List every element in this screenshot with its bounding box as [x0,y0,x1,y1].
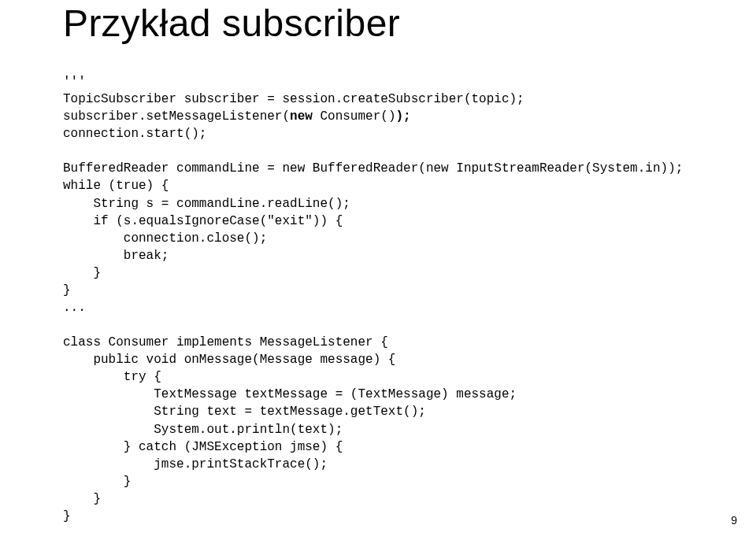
code-line: TopicSubscriber subscriber = session.cre… [63,92,524,106]
code-line: } [63,492,101,506]
code-line: } [63,266,101,280]
page-number: 9 [731,514,737,527]
code-line: class Consumer implements MessageListene… [63,335,388,349]
page-title: Przykład subscriber [63,0,709,45]
slide-page: Przykład subscriber ''' TopicSubscriber … [0,0,756,536]
code-block: ''' TopicSubscriber subscriber = session… [63,73,709,525]
code-line: } catch (JMSException jmse) { [63,440,343,454]
code-line: jmse.printStackTrace(); [63,457,328,471]
code-line: String s = commandLine.readLine(); [63,197,350,211]
code-line: try { [63,370,161,384]
code-line: } [63,475,131,489]
code-line: String text = textMessage.getText(); [63,405,426,419]
code-line: } [63,283,71,298]
code-line: TextMessage textMessage = (TextMessage) … [63,387,517,401]
code-line: ... [63,301,86,315]
code-line: while (true) { [63,179,169,193]
code-paren: ); [395,109,410,124]
code-line: } [63,509,71,523]
code-line: ''' [63,75,86,89]
code-line: System.out.println(text); [63,423,343,437]
code-line: subscriber.setMessageListener( [63,109,290,124]
code-line: connection.start(); [63,127,206,141]
code-line: if (s.equalsIgnoreCase("exit")) { [63,214,343,228]
code-line: BufferedReader commandLine = new Buffere… [63,161,683,176]
code-line: Consumer() [313,109,396,124]
code-line: break; [63,249,169,263]
code-line: public void onMessage(Message message) { [63,353,395,367]
code-keyword: new [290,109,313,124]
code-line: connection.close(); [63,231,267,246]
